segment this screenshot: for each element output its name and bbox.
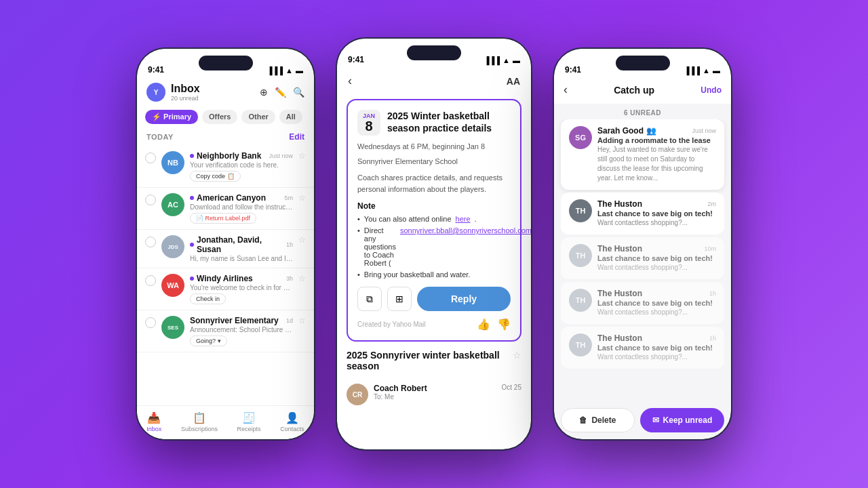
tab-offers[interactable]: Offers xyxy=(202,110,237,124)
email-sender: Jonathan, David, Susan xyxy=(190,235,286,254)
keep-unread-button[interactable]: ✉ Keep unread xyxy=(640,408,724,432)
email-checkbox[interactable] xyxy=(145,195,156,205)
email-time: 1h xyxy=(286,241,293,248)
catchup-item-sarah[interactable]: SG Sarah Good 👥 Just now Adding a roomma… xyxy=(561,119,724,190)
email-item-sonnyriver[interactable]: SES Sonnyriver Elementary 1d Announcemen… xyxy=(137,310,314,352)
email-time: Just now xyxy=(269,152,293,159)
catchup-preview: Want contactless shopping?... xyxy=(597,263,716,272)
back-button[interactable]: ‹ xyxy=(348,74,352,88)
bullet-1: You can also attend online here. xyxy=(357,215,511,223)
catchup-item-huston-2[interactable]: TH The Huston 10m Last chance to save bi… xyxy=(561,237,724,279)
nav-inbox[interactable]: 📥 Inbox xyxy=(146,411,161,432)
delete-button[interactable]: 🗑 Delete xyxy=(561,408,635,432)
email-link[interactable]: sonnyriver.bball@sonnyriverschool.com xyxy=(400,226,531,235)
date-day: 8 xyxy=(363,119,375,133)
email-content: Neighborly Bank Just now Your verificati… xyxy=(190,151,293,182)
search-icon[interactable]: 🔍 xyxy=(293,87,304,98)
email-checkbox[interactable] xyxy=(145,317,156,328)
detail-content: Jan 8 2025 Winter basketball season prac… xyxy=(337,94,531,449)
catchup-bottom-actions: 🗑 Delete ✉ Keep unread xyxy=(554,401,731,439)
email-time: 5m xyxy=(284,195,293,201)
user-avatar[interactable]: Y xyxy=(146,83,165,102)
thumbs-down-icon[interactable]: 👎 xyxy=(497,318,511,331)
signal-icon: ▐▐▐ xyxy=(484,56,500,64)
tab-all[interactable]: All xyxy=(279,110,302,124)
phone-inbox: 9:41 ▐▐▐ ▲ ▬ Y Inbox 20 unread ⊕ ✏️ 🔍 xyxy=(136,47,315,441)
catchup-subject: Last chance to save big on tech! xyxy=(597,254,716,262)
status-time-3: 9:41 xyxy=(565,65,581,75)
star-icon[interactable]: ☆ xyxy=(298,235,306,245)
catchup-preview: Hey, Just wanted to make sure we're stil… xyxy=(597,145,716,183)
compose-icon[interactable]: ⊕ xyxy=(260,87,268,98)
catchup-item-huston-3[interactable]: TH The Huston 1h Last chance to save big… xyxy=(561,282,724,324)
status-icons-2: ▐▐▐ ▲ ▬ xyxy=(484,56,520,64)
email-item-american-canyon[interactable]: AC American Canyon 5m Download and follo… xyxy=(137,188,314,230)
copy-code-button[interactable]: Copy code 📋 xyxy=(190,171,241,182)
catchup-content: The Huston 1h Last chance to save big on… xyxy=(597,289,716,317)
card-title: 2025 Winter basketball season practice d… xyxy=(387,110,511,134)
nav-subscriptions-label: Subscriptions xyxy=(181,426,218,432)
email-sender: Neighborly Bank xyxy=(190,151,261,161)
coach-to: To: Me xyxy=(374,393,427,401)
aa-button[interactable]: AA xyxy=(507,76,520,87)
nav-contacts[interactable]: 👤 Contacts xyxy=(280,411,304,432)
inbox-subtitle: 20 unread xyxy=(171,95,254,102)
email-checkbox[interactable] xyxy=(145,152,156,163)
date-box: Jan 8 xyxy=(357,110,380,136)
star-icon[interactable]: ☆ xyxy=(298,274,306,283)
catchup-content: The Huston 2m Last chance to save big on… xyxy=(597,199,716,228)
catchup-item-huston-1[interactable]: TH The Huston 2m Last chance to save big… xyxy=(561,192,724,235)
today-section: TODAY Edit xyxy=(137,129,314,146)
email-checkbox[interactable] xyxy=(145,275,156,286)
star-icon[interactable]: ☆ xyxy=(298,151,306,161)
catchup-avatar: SG xyxy=(569,126,592,149)
preview-star-icon[interactable]: ☆ xyxy=(513,350,521,361)
copy-action-button[interactable]: ⧉ xyxy=(357,287,382,311)
tab-primary[interactable]: ⚡ Primary xyxy=(145,110,198,124)
here-link[interactable]: here xyxy=(456,215,471,223)
catchup-item-huston-4[interactable]: TH The Huston 1h Last chance to save big… xyxy=(561,327,724,369)
return-label-button[interactable]: 📄 Return Label.pdf xyxy=(190,213,256,224)
undo-button[interactable]: Undo xyxy=(701,85,722,95)
today-label: TODAY xyxy=(146,133,174,141)
catchup-time: 1h xyxy=(709,335,716,342)
inbox-header: Y Inbox 20 unread ⊕ ✏️ 🔍 xyxy=(137,79,314,107)
catchup-back-button[interactable]: ‹ xyxy=(564,83,568,97)
email-item-windy-airlines[interactable]: WA Windy Airlines 3h You're welcome to c… xyxy=(137,268,314,310)
catchup-sender: Sarah Good 👥 xyxy=(597,126,656,136)
star-icon[interactable]: ☆ xyxy=(298,316,306,325)
catchup-sender: The Huston xyxy=(597,289,642,298)
thumbs-up-icon[interactable]: 👍 xyxy=(477,318,490,331)
email-preview: Download and follow the instructions wit… xyxy=(190,203,293,211)
checkin-button[interactable]: Check in xyxy=(190,293,226,304)
email-item-jonathan[interactable]: JDS Jonathan, David, Susan 1h Hi, my nam… xyxy=(137,230,314,268)
edit-button[interactable]: Edit xyxy=(289,132,304,142)
catchup-preview: Want contactless shopping?... xyxy=(597,352,716,362)
email-list: NB Neighborly Bank Just now Your verific… xyxy=(137,146,314,405)
card-footer: Created by Yahoo Mail 👍 👎 xyxy=(357,318,511,331)
nav-receipts[interactable]: 🧾 Receipts xyxy=(237,411,261,432)
star-icon[interactable]: ☆ xyxy=(298,193,306,203)
catchup-subject: Last chance to save big on tech! xyxy=(597,344,716,352)
add-action-button[interactable]: ⊞ xyxy=(387,287,412,311)
battery-icon: ▬ xyxy=(296,66,303,75)
email-content: Windy Airlines 3h You're welcome to chec… xyxy=(190,274,293,304)
note-bullets: You can also attend online here. Direct … xyxy=(357,215,511,279)
status-time-1: 9:41 xyxy=(148,65,164,75)
email-checkbox[interactable] xyxy=(145,237,156,247)
email-preview-item[interactable]: CR Coach Robert To: Me Oct 25 xyxy=(347,380,521,409)
catchup-email-list: SG Sarah Good 👥 Just now Adding a roomma… xyxy=(554,119,731,401)
going-button[interactable]: Going? ▾ xyxy=(190,336,227,346)
reply-button[interactable]: Reply xyxy=(417,287,511,311)
signal-icon: ▐▐▐ xyxy=(684,66,700,75)
edit-icon[interactable]: ✏️ xyxy=(275,87,286,98)
catchup-title: Catch up xyxy=(573,85,695,96)
keep-unread-label: Keep unread xyxy=(663,415,713,425)
tab-other[interactable]: Other xyxy=(241,110,275,124)
email-sender: Windy Airlines xyxy=(190,274,253,283)
nav-subscriptions[interactable]: 📋 Subscriptions xyxy=(181,411,218,432)
email-time: 1d xyxy=(286,317,293,324)
catchup-sender: The Huston xyxy=(597,244,642,253)
email-item-neighborly[interactable]: NB Neighborly Bank Just now Your verific… xyxy=(137,146,314,188)
unread-dot xyxy=(190,154,194,158)
